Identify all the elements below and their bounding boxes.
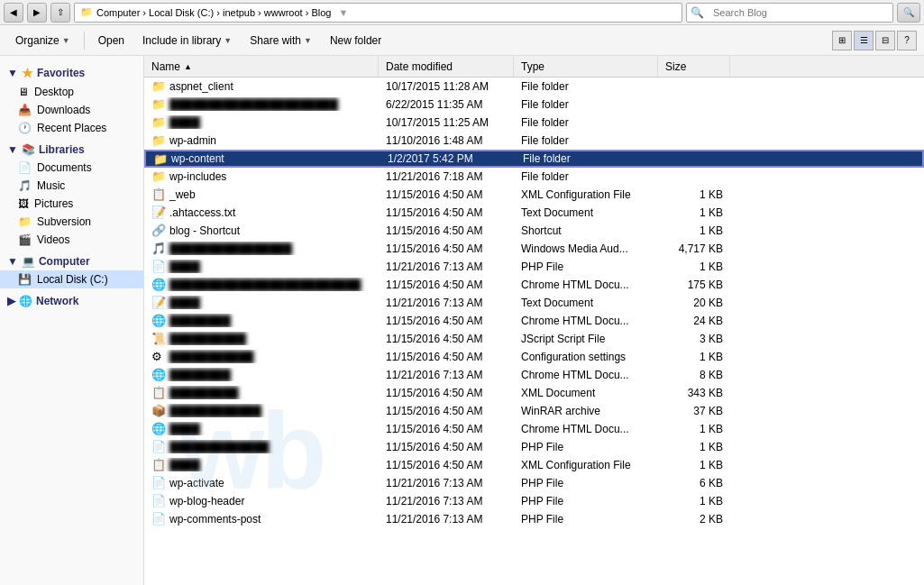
view-list-btn[interactable]: ☰ — [854, 31, 874, 50]
table-row[interactable]: 🌐 ████ 11/15/2016 4:50 AM Chrome HTML Do… — [144, 420, 924, 438]
computer-header[interactable]: ▼ 💻 Computer — [0, 252, 143, 270]
table-row[interactable]: 📁 ████ 10/17/2015 11:25 AM File folder — [144, 114, 924, 132]
table-row[interactable]: 📋 █████████ 11/15/2016 4:50 AM XML Docum… — [144, 384, 924, 402]
col-header-name[interactable]: Name ▲ — [144, 56, 379, 77]
table-row[interactable]: 🎵 ████████████████ 11/15/2016 4:50 AM Wi… — [144, 240, 924, 258]
recent-label: Recent Places — [37, 122, 106, 134]
favorites-header[interactable]: ▼ ★ Favorites — [0, 63, 143, 83]
file-type-cell: Chrome HTML Docu... — [514, 423, 658, 435]
file-date-cell: 11/15/2016 4:50 AM — [379, 315, 514, 327]
table-row[interactable]: 📜 ██████████ 11/15/2016 4:50 AM JScript … — [144, 330, 924, 348]
table-row[interactable]: 📄 █████████████ 11/15/2016 4:50 AM PHP F… — [144, 438, 924, 456]
file-icon: 📁 — [151, 97, 166, 111]
open-button[interactable]: Open — [90, 31, 133, 50]
file-type: WinRAR archive — [521, 405, 600, 417]
file-date-cell: 11/15/2016 4:50 AM — [379, 441, 514, 453]
table-row[interactable]: 📄 wp-blog-header 11/21/2016 7:13 AM PHP … — [144, 492, 924, 510]
view-details-btn[interactable]: ⊟ — [875, 31, 895, 50]
file-name-cell: 📄 █████████████ — [144, 440, 379, 453]
forward-button[interactable]: ▶ — [27, 3, 47, 23]
sidebar-item-documents[interactable]: 📄 Documents — [0, 159, 143, 177]
file-icon: 📋 — [151, 458, 166, 471]
file-size: 1 KB — [700, 441, 723, 453]
breadcrumb[interactable]: 📁 Computer › Local Disk (C:) › inetpub ›… — [74, 3, 682, 23]
file-type: File folder — [521, 98, 569, 111]
search-box[interactable]: 🔍 — [686, 3, 893, 23]
sidebar-item-recent[interactable]: 🕐 Recent Places — [0, 119, 143, 137]
table-row[interactable]: 📁 wp-includes 11/21/2016 7:18 AM File fo… — [144, 168, 924, 186]
network-header[interactable]: ▶ 🌐 Network — [0, 292, 143, 310]
file-icon: 🌐 — [151, 368, 166, 381]
view-extra-btn[interactable]: ⊞ — [832, 31, 852, 50]
file-size-cell: 1 KB — [658, 351, 730, 363]
table-row[interactable]: 📝 .ahtaccess.txt 11/15/2016 4:50 AM Text… — [144, 204, 924, 222]
table-row[interactable]: 📁 aspnet_client 10/17/2015 11:28 AM File… — [144, 78, 924, 96]
file-type-cell: File folder — [514, 116, 658, 129]
new-folder-button[interactable]: New folder — [322, 31, 389, 50]
organize-label: Organize — [15, 34, 59, 47]
table-row[interactable]: 📦 ████████████ 11/15/2016 4:50 AM WinRAR… — [144, 402, 924, 420]
table-row[interactable]: 📁 ██████████████████████ 6/22/2015 11:35… — [144, 96, 924, 114]
table-row[interactable]: 📁 wp-admin 11/10/2016 1:48 AM File folde… — [144, 132, 924, 150]
computer-icon: 💻 — [22, 255, 35, 268]
file-icon: 📄 — [151, 440, 166, 453]
file-size: 343 KB — [688, 387, 723, 399]
col-header-size[interactable]: Size — [658, 56, 730, 77]
file-type: File folder — [521, 134, 569, 147]
view-buttons: ⊞ ☰ ⊟ ? — [832, 31, 917, 50]
search-input[interactable] — [708, 7, 892, 18]
sidebar-item-downloads[interactable]: 📥 Downloads — [0, 101, 143, 119]
file-name-cell: 📄 wp-blog-header — [144, 494, 379, 507]
col-header-type[interactable]: Type — [514, 56, 658, 77]
file-name-cell: 🌐 ████████ — [144, 314, 379, 327]
table-row[interactable]: 📋 ████ 11/15/2016 4:50 AM XML Configurat… — [144, 456, 924, 474]
file-name-cell: 📋 ████ — [144, 458, 379, 471]
table-row[interactable]: 📝 ████ 11/21/2016 7:13 AM Text Document … — [144, 294, 924, 312]
libraries-icon: 📚 — [22, 143, 35, 156]
table-row[interactable]: 📁 wp-content 1/2/2017 5:42 PM File folde… — [144, 150, 924, 168]
back-button[interactable]: ◀ — [4, 3, 23, 23]
sidebar-item-videos[interactable]: 🎬 Videos — [0, 231, 143, 249]
file-date-cell: 11/15/2016 4:50 AM — [379, 188, 514, 201]
sidebar-item-subversion[interactable]: 📁 Subversion — [0, 213, 143, 231]
file-size-cell: 20 KB — [658, 297, 730, 309]
file-date-cell: 11/21/2016 7:18 AM — [379, 170, 514, 183]
table-row[interactable]: 📄 wp-activate 11/21/2016 7:13 AM PHP Fil… — [144, 474, 924, 492]
table-row[interactable]: 🌐 ████████ 11/15/2016 4:50 AM Chrome HTM… — [144, 312, 924, 330]
sidebar-item-pictures[interactable]: 🖼 Pictures — [0, 195, 143, 213]
organize-button[interactable]: Organize ▼ — [7, 31, 78, 50]
organize-arrow: ▼ — [62, 36, 70, 45]
libraries-header[interactable]: ▼ 📚 Libraries — [0, 141, 143, 159]
file-name-cell: 🌐 ████████ — [144, 368, 379, 381]
file-name: ████████ — [169, 369, 231, 381]
sidebar-item-music[interactable]: 🎵 Music — [0, 177, 143, 195]
table-row[interactable]: 🌐 ████████ 11/21/2016 7:13 AM Chrome HTM… — [144, 366, 924, 384]
file-date: 11/15/2016 4:50 AM — [386, 206, 482, 219]
file-type-cell: XML Document — [514, 387, 658, 399]
include-library-button[interactable]: Include in library ▼ — [134, 31, 240, 50]
table-row[interactable]: 🌐 █████████████████████████ 11/15/2016 4… — [144, 276, 924, 294]
file-date-cell: 11/15/2016 4:50 AM — [379, 387, 514, 399]
col-name-sort: ▲ — [184, 62, 192, 71]
search-button[interactable]: 🔍 — [897, 3, 920, 23]
sidebar-item-desktop[interactable]: 🖥 Desktop — [0, 83, 143, 101]
up-button[interactable]: ⇧ — [50, 3, 70, 23]
file-size: 1 KB — [700, 351, 723, 363]
file-date: 11/15/2016 4:50 AM — [386, 224, 482, 237]
table-row[interactable]: 🔗 blog - Shortcut 11/15/2016 4:50 AM Sho… — [144, 222, 924, 240]
table-row[interactable]: 📋 _web 11/15/2016 4:50 AM XML Configurat… — [144, 186, 924, 204]
table-row[interactable]: 📄 wp-comments-post 11/21/2016 7:13 AM PH… — [144, 510, 924, 528]
table-row[interactable]: ⚙ ███████████ 11/15/2016 4:50 AM Configu… — [144, 348, 924, 366]
file-list[interactable]: 📁 aspnet_client 10/17/2015 11:28 AM File… — [144, 78, 924, 585]
help-btn[interactable]: ? — [897, 31, 917, 50]
share-with-button[interactable]: Share with ▼ — [242, 31, 320, 50]
file-date: 11/21/2016 7:18 AM — [386, 170, 482, 183]
col-header-date[interactable]: Date modified — [379, 56, 514, 77]
file-size: 8 KB — [700, 369, 723, 381]
file-name: wp-content — [171, 152, 224, 165]
file-name-cell: 📁 ████ — [144, 115, 379, 129]
table-row[interactable]: 📄 ████ 11/21/2016 7:13 AM PHP File 1 KB — [144, 258, 924, 276]
sidebar-item-local-disk[interactable]: 💾 Local Disk (C:) — [0, 270, 143, 288]
file-name-cell: 📋 _web — [144, 187, 379, 201]
file-name: ████ — [169, 297, 200, 309]
